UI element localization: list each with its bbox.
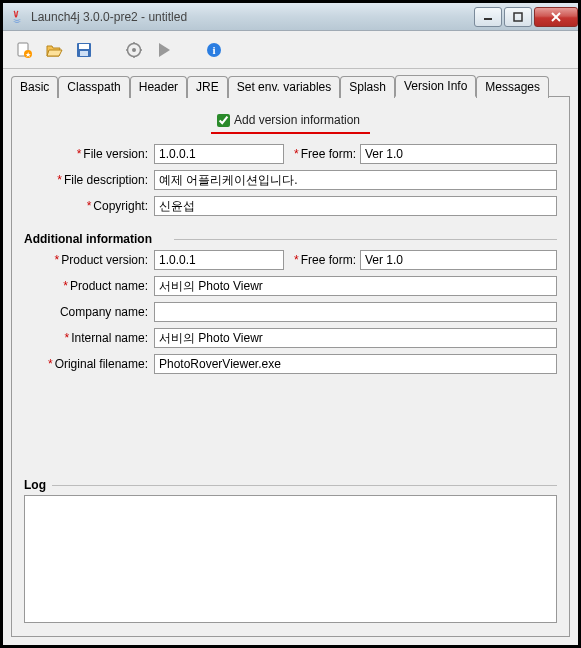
internal-input[interactable] xyxy=(154,328,557,348)
internal-label: *Internal name: xyxy=(24,331,154,345)
toolbar: ★ xyxy=(3,31,578,69)
tab-messages[interactable]: Messages xyxy=(476,76,549,98)
company-input[interactable] xyxy=(154,302,557,322)
tab-header[interactable]: Header xyxy=(130,76,187,98)
copyright-input[interactable] xyxy=(154,196,557,216)
minimize-button[interactable] xyxy=(474,7,502,27)
maximize-button[interactable] xyxy=(504,7,532,27)
product-version-label: *Product version: xyxy=(24,253,154,267)
add-version-label: Add version information xyxy=(234,113,360,128)
svg-rect-8 xyxy=(79,44,89,49)
content-area: Basic Classpath Header JRE Set env. vari… xyxy=(3,69,578,645)
svg-point-11 xyxy=(132,48,136,52)
info-button[interactable]: i xyxy=(201,37,227,63)
close-button[interactable] xyxy=(534,7,578,27)
java-icon xyxy=(9,9,25,25)
orig-file-input[interactable] xyxy=(154,354,557,374)
additional-section-title: Additional information xyxy=(24,232,557,246)
titlebar[interactable]: Launch4j 3.0.0-pre2 - untitled xyxy=(3,3,578,31)
file-desc-label: *File description: xyxy=(24,173,154,187)
tab-setenv[interactable]: Set env. variables xyxy=(228,76,341,98)
log-section: Log xyxy=(24,472,557,626)
version-panel: Add version information *File version: *… xyxy=(11,96,570,637)
window-title: Launch4j 3.0.0-pre2 - untitled xyxy=(31,10,472,24)
free-form-label-2: *Free form: xyxy=(284,253,360,267)
orig-file-label: *Original filename: xyxy=(24,357,154,371)
app-window: Launch4j 3.0.0-pre2 - untitled ★ xyxy=(0,0,581,648)
new-file-button[interactable]: ★ xyxy=(11,37,37,63)
free-form-input-2[interactable] xyxy=(360,250,557,270)
build-button[interactable] xyxy=(121,37,147,63)
file-version-label: *File version: xyxy=(24,147,154,161)
free-form-label-1: *Free form: xyxy=(284,147,360,161)
svg-text:i: i xyxy=(212,44,215,56)
tabs: Basic Classpath Header JRE Set env. vari… xyxy=(11,75,570,97)
company-label: Company name: xyxy=(24,305,154,319)
file-version-input[interactable] xyxy=(154,144,284,164)
tab-jre[interactable]: JRE xyxy=(187,76,228,98)
product-name-input[interactable] xyxy=(154,276,557,296)
copyright-label: *Copyright: xyxy=(24,199,154,213)
svg-rect-9 xyxy=(80,51,88,56)
svg-rect-1 xyxy=(514,13,522,21)
run-button[interactable] xyxy=(151,37,177,63)
free-form-input-1[interactable] xyxy=(360,144,557,164)
tab-version[interactable]: Version Info xyxy=(395,75,476,97)
tab-classpath[interactable]: Classpath xyxy=(58,76,129,98)
tab-splash[interactable]: Splash xyxy=(340,76,395,98)
file-desc-input[interactable] xyxy=(154,170,557,190)
log-textarea[interactable] xyxy=(24,495,557,623)
add-version-checkbox[interactable] xyxy=(217,114,230,127)
product-name-label: *Product name: xyxy=(24,279,154,293)
product-version-input[interactable] xyxy=(154,250,284,270)
tab-basic[interactable]: Basic xyxy=(11,76,58,98)
save-button[interactable] xyxy=(71,37,97,63)
open-file-button[interactable] xyxy=(41,37,67,63)
svg-text:★: ★ xyxy=(25,51,31,58)
log-title: Log xyxy=(24,478,557,492)
add-version-highlight: Add version information xyxy=(211,111,370,134)
